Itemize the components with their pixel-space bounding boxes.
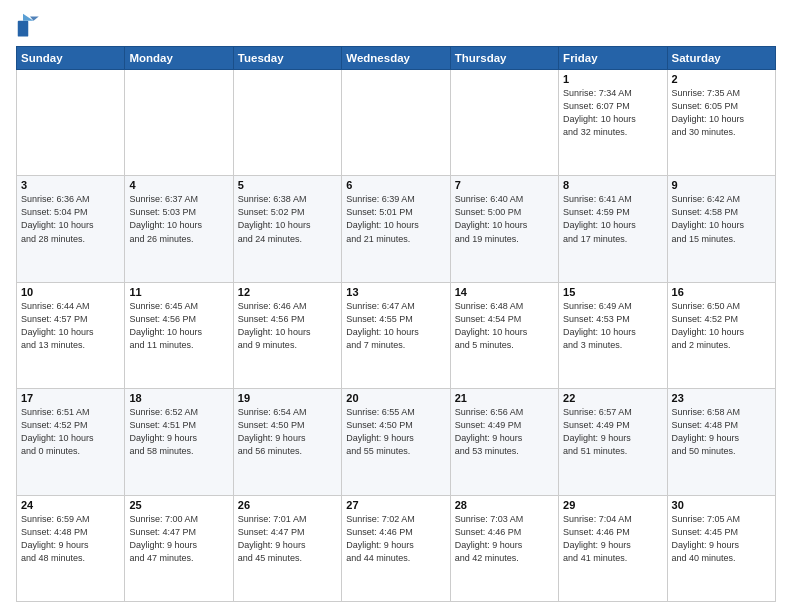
calendar-cell: 13Sunrise: 6:47 AM Sunset: 4:55 PM Dayli… — [342, 282, 450, 388]
day-number: 19 — [238, 392, 337, 404]
day-number: 6 — [346, 179, 445, 191]
calendar-cell — [342, 70, 450, 176]
day-info: Sunrise: 6:36 AM Sunset: 5:04 PM Dayligh… — [21, 193, 120, 245]
calendar-week-row: 17Sunrise: 6:51 AM Sunset: 4:52 PM Dayli… — [17, 389, 776, 495]
calendar-cell: 23Sunrise: 6:58 AM Sunset: 4:48 PM Dayli… — [667, 389, 775, 495]
calendar-cell: 28Sunrise: 7:03 AM Sunset: 4:46 PM Dayli… — [450, 495, 558, 601]
day-number: 30 — [672, 499, 771, 511]
day-info: Sunrise: 6:39 AM Sunset: 5:01 PM Dayligh… — [346, 193, 445, 245]
calendar-cell: 25Sunrise: 7:00 AM Sunset: 4:47 PM Dayli… — [125, 495, 233, 601]
day-number: 25 — [129, 499, 228, 511]
day-info: Sunrise: 6:51 AM Sunset: 4:52 PM Dayligh… — [21, 406, 120, 458]
calendar-cell: 30Sunrise: 7:05 AM Sunset: 4:45 PM Dayli… — [667, 495, 775, 601]
calendar-cell: 16Sunrise: 6:50 AM Sunset: 4:52 PM Dayli… — [667, 282, 775, 388]
day-number: 13 — [346, 286, 445, 298]
day-number: 27 — [346, 499, 445, 511]
calendar-cell: 19Sunrise: 6:54 AM Sunset: 4:50 PM Dayli… — [233, 389, 341, 495]
day-info: Sunrise: 7:04 AM Sunset: 4:46 PM Dayligh… — [563, 513, 662, 565]
day-number: 12 — [238, 286, 337, 298]
day-info: Sunrise: 6:44 AM Sunset: 4:57 PM Dayligh… — [21, 300, 120, 352]
day-info: Sunrise: 6:58 AM Sunset: 4:48 PM Dayligh… — [672, 406, 771, 458]
calendar-cell: 4Sunrise: 6:37 AM Sunset: 5:03 PM Daylig… — [125, 176, 233, 282]
calendar-cell: 3Sunrise: 6:36 AM Sunset: 5:04 PM Daylig… — [17, 176, 125, 282]
calendar-week-row: 10Sunrise: 6:44 AM Sunset: 4:57 PM Dayli… — [17, 282, 776, 388]
weekday-row: SundayMondayTuesdayWednesdayThursdayFrid… — [17, 47, 776, 70]
day-info: Sunrise: 7:00 AM Sunset: 4:47 PM Dayligh… — [129, 513, 228, 565]
day-info: Sunrise: 7:01 AM Sunset: 4:47 PM Dayligh… — [238, 513, 337, 565]
day-info: Sunrise: 7:05 AM Sunset: 4:45 PM Dayligh… — [672, 513, 771, 565]
day-number: 4 — [129, 179, 228, 191]
day-number: 21 — [455, 392, 554, 404]
weekday-header: Sunday — [17, 47, 125, 70]
calendar-cell: 6Sunrise: 6:39 AM Sunset: 5:01 PM Daylig… — [342, 176, 450, 282]
calendar-week-row: 3Sunrise: 6:36 AM Sunset: 5:04 PM Daylig… — [17, 176, 776, 282]
day-number: 3 — [21, 179, 120, 191]
calendar-cell: 5Sunrise: 6:38 AM Sunset: 5:02 PM Daylig… — [233, 176, 341, 282]
calendar-header: SundayMondayTuesdayWednesdayThursdayFrid… — [17, 47, 776, 70]
day-info: Sunrise: 6:47 AM Sunset: 4:55 PM Dayligh… — [346, 300, 445, 352]
weekday-header: Tuesday — [233, 47, 341, 70]
day-info: Sunrise: 6:49 AM Sunset: 4:53 PM Dayligh… — [563, 300, 662, 352]
day-number: 23 — [672, 392, 771, 404]
day-info: Sunrise: 6:55 AM Sunset: 4:50 PM Dayligh… — [346, 406, 445, 458]
day-number: 1 — [563, 73, 662, 85]
calendar-cell — [233, 70, 341, 176]
calendar-cell — [450, 70, 558, 176]
calendar-cell: 9Sunrise: 6:42 AM Sunset: 4:58 PM Daylig… — [667, 176, 775, 282]
weekday-header: Monday — [125, 47, 233, 70]
calendar-cell: 21Sunrise: 6:56 AM Sunset: 4:49 PM Dayli… — [450, 389, 558, 495]
calendar-table: SundayMondayTuesdayWednesdayThursdayFrid… — [16, 46, 776, 602]
calendar-cell: 22Sunrise: 6:57 AM Sunset: 4:49 PM Dayli… — [559, 389, 667, 495]
day-info: Sunrise: 6:41 AM Sunset: 4:59 PM Dayligh… — [563, 193, 662, 245]
day-info: Sunrise: 6:38 AM Sunset: 5:02 PM Dayligh… — [238, 193, 337, 245]
day-number: 8 — [563, 179, 662, 191]
svg-rect-0 — [18, 21, 29, 37]
calendar-cell: 7Sunrise: 6:40 AM Sunset: 5:00 PM Daylig… — [450, 176, 558, 282]
day-number: 15 — [563, 286, 662, 298]
weekday-header: Wednesday — [342, 47, 450, 70]
weekday-header: Friday — [559, 47, 667, 70]
day-number: 16 — [672, 286, 771, 298]
calendar-cell: 8Sunrise: 6:41 AM Sunset: 4:59 PM Daylig… — [559, 176, 667, 282]
day-info: Sunrise: 6:57 AM Sunset: 4:49 PM Dayligh… — [563, 406, 662, 458]
logo — [16, 12, 48, 40]
logo-icon — [16, 12, 44, 40]
day-info: Sunrise: 6:59 AM Sunset: 4:48 PM Dayligh… — [21, 513, 120, 565]
day-info: Sunrise: 6:45 AM Sunset: 4:56 PM Dayligh… — [129, 300, 228, 352]
day-info: Sunrise: 7:02 AM Sunset: 4:46 PM Dayligh… — [346, 513, 445, 565]
day-info: Sunrise: 6:48 AM Sunset: 4:54 PM Dayligh… — [455, 300, 554, 352]
day-info: Sunrise: 7:34 AM Sunset: 6:07 PM Dayligh… — [563, 87, 662, 139]
calendar-week-row: 24Sunrise: 6:59 AM Sunset: 4:48 PM Dayli… — [17, 495, 776, 601]
day-number: 24 — [21, 499, 120, 511]
calendar-cell: 27Sunrise: 7:02 AM Sunset: 4:46 PM Dayli… — [342, 495, 450, 601]
day-info: Sunrise: 6:40 AM Sunset: 5:00 PM Dayligh… — [455, 193, 554, 245]
day-info: Sunrise: 6:42 AM Sunset: 4:58 PM Dayligh… — [672, 193, 771, 245]
day-info: Sunrise: 6:54 AM Sunset: 4:50 PM Dayligh… — [238, 406, 337, 458]
calendar-cell: 12Sunrise: 6:46 AM Sunset: 4:56 PM Dayli… — [233, 282, 341, 388]
day-number: 17 — [21, 392, 120, 404]
calendar-page: SundayMondayTuesdayWednesdayThursdayFrid… — [0, 0, 792, 612]
day-number: 10 — [21, 286, 120, 298]
day-number: 28 — [455, 499, 554, 511]
day-info: Sunrise: 6:50 AM Sunset: 4:52 PM Dayligh… — [672, 300, 771, 352]
calendar-cell: 18Sunrise: 6:52 AM Sunset: 4:51 PM Dayli… — [125, 389, 233, 495]
calendar-cell: 24Sunrise: 6:59 AM Sunset: 4:48 PM Dayli… — [17, 495, 125, 601]
calendar-cell — [125, 70, 233, 176]
day-number: 22 — [563, 392, 662, 404]
calendar-cell: 2Sunrise: 7:35 AM Sunset: 6:05 PM Daylig… — [667, 70, 775, 176]
day-number: 5 — [238, 179, 337, 191]
calendar-body: 1Sunrise: 7:34 AM Sunset: 6:07 PM Daylig… — [17, 70, 776, 602]
calendar-cell: 15Sunrise: 6:49 AM Sunset: 4:53 PM Dayli… — [559, 282, 667, 388]
day-info: Sunrise: 7:35 AM Sunset: 6:05 PM Dayligh… — [672, 87, 771, 139]
day-number: 29 — [563, 499, 662, 511]
day-number: 20 — [346, 392, 445, 404]
calendar-week-row: 1Sunrise: 7:34 AM Sunset: 6:07 PM Daylig… — [17, 70, 776, 176]
calendar-cell: 11Sunrise: 6:45 AM Sunset: 4:56 PM Dayli… — [125, 282, 233, 388]
calendar-cell: 17Sunrise: 6:51 AM Sunset: 4:52 PM Dayli… — [17, 389, 125, 495]
calendar-cell: 26Sunrise: 7:01 AM Sunset: 4:47 PM Dayli… — [233, 495, 341, 601]
calendar-cell: 1Sunrise: 7:34 AM Sunset: 6:07 PM Daylig… — [559, 70, 667, 176]
calendar-cell: 20Sunrise: 6:55 AM Sunset: 4:50 PM Dayli… — [342, 389, 450, 495]
calendar-cell: 29Sunrise: 7:04 AM Sunset: 4:46 PM Dayli… — [559, 495, 667, 601]
day-info: Sunrise: 6:37 AM Sunset: 5:03 PM Dayligh… — [129, 193, 228, 245]
day-number: 14 — [455, 286, 554, 298]
